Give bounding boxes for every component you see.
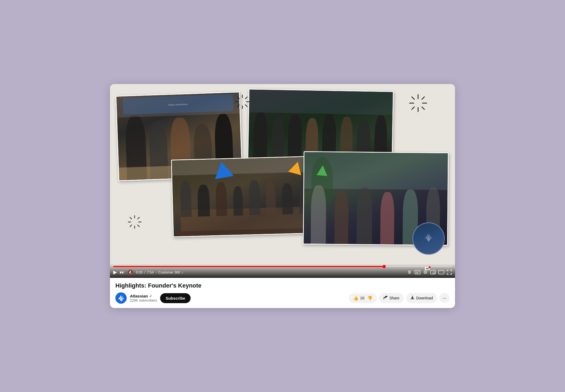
channel-info: Atlassian ✓ 229K subscribers Subscribe — [115, 292, 191, 304]
like-count: 10 — [360, 296, 364, 300]
like-button[interactable]: 👍 10 — [349, 293, 364, 303]
sparkle-3 — [127, 215, 142, 229]
theater-button[interactable] — [438, 270, 444, 274]
more-button[interactable]: ··· — [439, 293, 450, 303]
chapter-arrow: › — [182, 270, 183, 274]
dislike-icon: 👎 — [367, 296, 373, 301]
svg-line-13 — [422, 107, 424, 109]
miniplayer-button[interactable] — [430, 270, 436, 274]
sparkle-2 — [409, 94, 428, 113]
channel-avatar[interactable] — [115, 292, 127, 304]
video-collage: Team Anywhere — [110, 84, 455, 278]
like-icon: 👍 — [353, 296, 359, 301]
triangle-green — [316, 165, 328, 176]
svg-line-15 — [412, 107, 414, 109]
controls-bar: ▶ ⏭ 🔇 6:05 / 7:54 • Customer 360 › — [110, 264, 455, 278]
svg-line-12 — [412, 97, 414, 99]
next-button[interactable]: ⏭ — [120, 270, 125, 275]
player-card: Team Anywhere — [110, 84, 455, 308]
fullscreen-button[interactable] — [447, 270, 452, 275]
svg-line-7 — [237, 105, 239, 107]
svg-rect-24 — [415, 270, 420, 274]
svg-line-4 — [237, 97, 239, 99]
progress-thumb — [383, 265, 386, 268]
svg-line-21 — [138, 225, 139, 227]
channel-subscribers: 229K subscribers — [130, 298, 157, 302]
info-area: Highlights: Founder's Keynote Atlassian … — [110, 278, 455, 308]
svg-rect-28 — [433, 272, 435, 274]
svg-line-5 — [245, 105, 247, 107]
svg-line-20 — [130, 217, 132, 219]
verified-icon: ✓ — [149, 294, 152, 298]
triangle-blue — [212, 160, 233, 179]
svg-line-23 — [130, 225, 132, 227]
channel-name: Atlassian ✓ — [130, 294, 157, 298]
svg-line-6 — [245, 97, 247, 99]
pause-button[interactable]: ⏸ — [407, 270, 412, 275]
settings-button[interactable]: ⚙ HD — [423, 269, 428, 275]
svg-rect-29 — [439, 270, 444, 274]
more-icon: ··· — [442, 295, 446, 301]
download-button[interactable]: Download — [406, 293, 437, 303]
svg-line-14 — [422, 97, 424, 99]
dislike-button[interactable]: 👎 — [364, 293, 377, 303]
action-buttons: 👍 10 👎 — [349, 293, 450, 303]
subscribe-button[interactable]: Subscribe — [160, 293, 191, 303]
progress-bar[interactable] — [113, 266, 452, 267]
sparkle-1 — [234, 94, 250, 110]
video-area: Team Anywhere — [110, 84, 455, 278]
play-button[interactable]: ▶ — [113, 269, 117, 275]
download-label: Download — [416, 296, 433, 300]
presenter-avatar — [412, 222, 445, 255]
share-button[interactable]: Share — [379, 293, 404, 303]
subtitles-button[interactable] — [415, 270, 421, 274]
progress-fill — [113, 266, 384, 267]
download-icon — [410, 295, 415, 301]
video-title: Highlights: Founder's Keynote — [115, 282, 450, 289]
svg-line-22 — [138, 217, 139, 219]
share-label: Share — [389, 296, 399, 300]
mute-button[interactable]: 🔇 — [127, 269, 133, 275]
time-display: 6:05 / 7:54 • Customer 360 › — [136, 270, 183, 274]
share-icon — [383, 295, 388, 301]
